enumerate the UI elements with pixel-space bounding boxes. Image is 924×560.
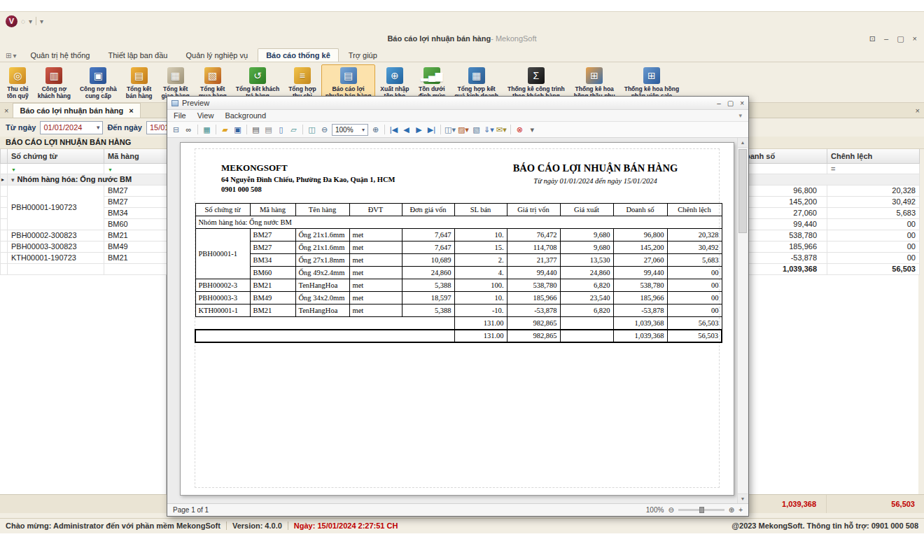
revenue-cell[interactable]: 185,966: [736, 241, 827, 252]
code-cell[interactable]: BM60: [104, 218, 167, 230]
toolbar-item-supplier-debt[interactable]: ▣Công nợ nhàcung cấp: [76, 64, 121, 102]
preview-vertical-scrollbar[interactable]: ▲ ▼: [737, 138, 748, 503]
filter-cell[interactable]: ▼: [104, 163, 167, 174]
zoom-in-icon[interactable]: ⊕: [729, 506, 734, 514]
revenue-cell[interactable]: -53,878: [736, 252, 827, 263]
page-setup-icon[interactable]: ▯: [276, 123, 286, 136]
close-icon[interactable]: ×: [913, 34, 917, 43]
from-date-input[interactable]: 01/01/2024 ▾: [40, 121, 103, 134]
find-icon[interactable]: ∞: [183, 123, 194, 136]
revenue-cell[interactable]: 538,780: [736, 230, 827, 241]
filter-cell[interactable]: ▼: [736, 163, 827, 174]
difference-cell[interactable]: 30,492: [827, 196, 920, 207]
revenue-cell[interactable]: 27,060: [736, 207, 827, 218]
close-all-tabs-icon[interactable]: ×: [916, 106, 920, 115]
doc-cell[interactable]: KTH00001-190723: [8, 252, 104, 263]
group-expand-icon[interactable]: ▾: [11, 176, 15, 183]
difference-cell[interactable]: 00: [827, 218, 920, 230]
tab-close-icon[interactable]: ×: [129, 106, 133, 115]
zoom-out-icon[interactable]: ⊖: [668, 506, 673, 514]
margins-icon[interactable]: ◫: [307, 123, 317, 136]
quick-access-caret-icon[interactable]: ▾: [29, 18, 32, 25]
preview-maximize-icon[interactable]: ▢: [727, 99, 734, 107]
ribbon-menu-icon[interactable]: ⊞▾: [4, 52, 20, 62]
print-icon[interactable]: ▤: [251, 123, 261, 136]
quick-access-button-icon[interactable]: ◌: [21, 18, 25, 25]
minimize-icon[interactable]: –: [884, 34, 888, 43]
scale-icon[interactable]: ▱: [288, 123, 299, 136]
difference-cell[interactable]: 20,328: [827, 185, 920, 196]
group-cell[interactable]: ▾Nhóm hàng hóa: Ống nước BM: [8, 174, 167, 185]
ribbon-tab-0[interactable]: Quản trị hệ thống: [22, 48, 98, 62]
page-color-icon[interactable]: ▨▾: [458, 123, 469, 136]
watermark-icon[interactable]: ▧: [471, 123, 482, 136]
filter-funnel-icon[interactable]: ▼: [108, 167, 113, 172]
ribbon-tab-3[interactable]: Báo cáo thống kê: [258, 48, 339, 62]
first-page-icon[interactable]: |◀: [388, 123, 399, 136]
close-tab-icon[interactable]: ×: [4, 106, 8, 115]
zoom-combo-caret-icon[interactable]: ▾: [362, 127, 365, 133]
difference-cell[interactable]: 5,683: [827, 207, 920, 218]
zoom-slider-thumb[interactable]: [699, 507, 704, 513]
tab-profit-report[interactable]: Báo cáo lợi nhuận bán hàng ×: [13, 103, 140, 118]
difference-cell[interactable]: 00: [827, 252, 920, 263]
column-header-0[interactable]: Số chứng từ: [8, 149, 104, 163]
from-date-caret-icon[interactable]: ▾: [97, 124, 100, 131]
scroll-up-icon[interactable]: ▲: [738, 138, 748, 148]
zoom-combo[interactable]: 100%▾: [332, 124, 368, 136]
revenue-cell[interactable]: 145,200: [736, 196, 827, 207]
code-cell[interactable]: BM27: [104, 196, 167, 207]
multi-page-icon[interactable]: ◫▾: [444, 123, 456, 136]
menu-overflow-caret-icon[interactable]: ▾: [738, 112, 742, 119]
menu-file[interactable]: File: [174, 111, 186, 120]
revenue-cell[interactable]: 96,800: [736, 185, 827, 196]
column-header-0[interactable]: Doanh số: [736, 149, 827, 163]
scroll-down-icon[interactable]: ▼: [738, 493, 748, 503]
last-page-icon[interactable]: ▶|: [426, 123, 437, 136]
filter-funnel-icon[interactable]: ▼: [11, 167, 16, 172]
code-cell[interactable]: BM21: [104, 230, 167, 241]
next-page-icon[interactable]: ▶: [414, 123, 424, 136]
customize-toolbar-caret-icon[interactable]: ▾: [40, 18, 43, 25]
pin-icon[interactable]: ⊡: [869, 34, 876, 43]
menu-background[interactable]: Background: [225, 111, 266, 120]
doc-cell[interactable]: PBH00002-300823: [8, 230, 104, 241]
save-icon[interactable]: ▣: [232, 123, 243, 136]
more-icon[interactable]: ▾: [527, 123, 538, 136]
ribbon-tab-1[interactable]: Thiết lập ban đầu: [99, 48, 176, 62]
toolbar-item-cash-fund[interactable]: ◎Thu chitồn quỹ: [3, 64, 33, 102]
toolbar-item-sales-summary[interactable]: ▤Tổng kếtbán hàng: [122, 64, 157, 102]
preview-minimize-icon[interactable]: –: [717, 99, 721, 107]
zoom-in-icon[interactable]: ⊕: [370, 123, 381, 136]
column-header-1[interactable]: Chênh lệch: [827, 149, 920, 163]
prev-page-icon[interactable]: ◀: [401, 123, 412, 136]
document-map-icon[interactable]: ⊟: [171, 123, 181, 136]
close-preview-icon[interactable]: ⊗: [514, 123, 525, 136]
code-cell[interactable]: BM34: [104, 207, 167, 218]
filter-operator-icon[interactable]: =: [831, 164, 835, 173]
column-header-1[interactable]: Mã hàng: [104, 149, 167, 163]
difference-cell[interactable]: 00: [827, 230, 920, 241]
quick-print-icon[interactable]: ▤: [263, 123, 274, 136]
design-icon[interactable]: ▦: [202, 123, 212, 136]
ribbon-tab-4[interactable]: Trợ giúp: [340, 48, 386, 62]
zoom-slider[interactable]: [678, 509, 724, 511]
maximize-icon[interactable]: ▢: [897, 34, 904, 43]
revenue-cell[interactable]: 99,440: [736, 218, 827, 230]
doc-cell[interactable]: PBH00001-190723: [8, 185, 104, 230]
code-cell[interactable]: BM49: [104, 241, 167, 252]
ribbon-tab-2[interactable]: Quản lý nghiệp vụ: [177, 48, 256, 62]
filter-cell[interactable]: =: [827, 163, 920, 174]
code-cell[interactable]: BM27: [104, 185, 167, 196]
preview-title-bar[interactable]: Preview – ▢ ×: [167, 97, 748, 110]
email-icon[interactable]: ✉▾: [496, 123, 507, 136]
scrollbar-thumb[interactable]: [738, 149, 747, 233]
zoom-step-icon[interactable]: +: [738, 506, 743, 514]
open-icon[interactable]: ▰: [220, 123, 230, 136]
doc-cell[interactable]: PBH00003-300823: [8, 241, 104, 252]
code-cell[interactable]: BM21: [104, 252, 167, 263]
export-icon[interactable]: ⇓▾: [484, 123, 494, 136]
difference-cell[interactable]: 00: [827, 241, 920, 252]
menu-view[interactable]: View: [197, 111, 214, 120]
zoom-out-icon[interactable]: ⊖: [319, 123, 330, 136]
